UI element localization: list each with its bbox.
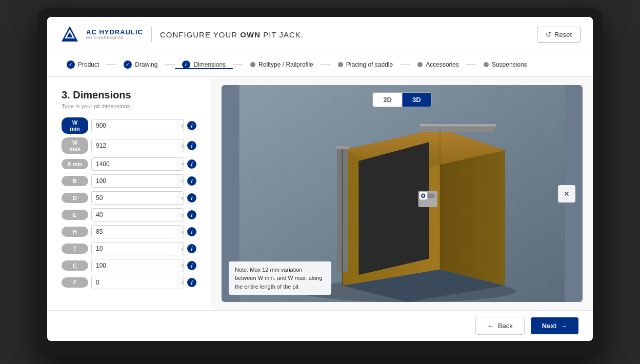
dim-input-d[interactable] [92,192,177,204]
dim-unit-c: mm [177,260,184,271]
reset-button[interactable]: ↺ Reset [537,27,581,43]
svg-rect-9 [417,126,496,132]
dimension-row-e: Emmi [62,208,196,221]
step-label-suspensions: Suspensions [492,61,527,68]
step-label-product: Product [78,61,99,68]
header: AC HYDRAULIC NO COMPROMISE CONFIGURE YOU… [47,17,593,52]
next-label: Next [542,322,556,330]
section-name: Dimensions [73,89,131,100]
dim-input-c[interactable] [92,259,177,272]
configure-prefix: CONFIGURE YOUR [160,30,237,39]
dim-unit-e: mm [177,209,184,220]
step-check-product: ✓ [67,60,75,69]
step-dimensions[interactable]: ✓ Dimensions [175,60,233,69]
step-check-dimensions: ✓ [182,60,190,69]
note-box: Note: Max 12 mm variation between W min.… [229,261,331,295]
svg-point-17 [422,195,424,197]
step-line-1 [106,64,116,65]
step-check-drawing: ✓ [124,60,132,69]
info-icon-b[interactable]: i [187,176,196,186]
info-icon-w_min[interactable]: i [187,121,196,130]
info-icon-c[interactable]: i [187,261,196,270]
step-rolltype[interactable]: Rolltype / Railprofile [243,61,321,68]
dim-input-wrap-d: mm [91,191,184,205]
back-button[interactable]: ← Back [475,317,525,335]
dim-label-w_max: W max [62,137,88,154]
dim-input-w_min[interactable] [92,119,177,132]
section-title: 3. Dimensions [62,89,196,101]
view-3d-button[interactable]: 3D [402,93,431,107]
step-suspensions[interactable]: Suspensions [476,61,534,68]
dim-label-f: F [62,277,88,288]
main-content: 3. Dimensions Type in your pit dimension… [47,77,593,310]
step-line-3 [233,64,243,65]
section-subtitle: Type in your pit dimensions [62,103,196,109]
dim-input-f[interactable] [92,276,177,289]
dimension-row-w_max: W maxmmi [62,137,196,154]
next-button[interactable]: Next → [531,317,578,334]
step-label-drawing: Drawing [135,61,157,68]
dimension-row-w_min: W minmmi [62,117,196,134]
step-label-rolltype: Rolltype / Railprofile [258,61,313,68]
step-line-6 [466,64,476,65]
step-label-dimensions: Dimensions [193,61,226,68]
expand-icon: ✕ [564,190,570,198]
svg-rect-15 [428,194,435,198]
dim-input-wrap-c: mm [91,259,184,272]
logo-area: AC HYDRAULIC NO COMPROMISE [59,24,143,45]
header-divider [151,27,152,42]
dim-input-e[interactable] [92,209,177,221]
info-icon-f[interactable]: i [187,278,196,287]
dim-label-a_min: A min [62,159,88,169]
dim-input-h[interactable] [92,226,177,238]
dim-input-wrap-e: mm [91,208,184,221]
info-icon-a_min[interactable]: i [187,159,196,169]
step-line-2 [165,64,175,65]
note-text: Note: Max 12 mm variation between W min.… [235,267,323,290]
3d-viewer: 2D 3D [222,85,583,302]
dim-input-wrap-b: mm [91,174,184,188]
info-icon-t[interactable]: i [187,244,196,253]
dim-input-t[interactable] [92,242,177,255]
dim-unit-d: mm [177,192,184,204]
step-accessories[interactable]: Accessories [410,61,466,68]
dim-input-wrap-h: mm [91,225,184,238]
step-placing[interactable]: Placing of saddle [331,61,400,68]
dim-input-wrap-f: mm [91,276,184,289]
step-label-accessories: Accessories [426,61,459,68]
svg-marker-8 [358,142,429,275]
dimension-row-h: Hmmi [62,225,196,238]
dimension-row-c: Cmmi [62,259,196,272]
step-line-5 [400,64,410,65]
reset-icon: ↺ [546,31,551,38]
step-line-4 [321,64,331,65]
dim-input-wrap-w_max: mm [91,139,184,152]
dimension-row-f: Fmmi [62,276,196,289]
info-icon-w_max[interactable]: i [187,141,196,150]
dim-label-b: B [62,176,88,186]
step-product[interactable]: ✓ Product [59,60,106,69]
dim-label-w_min: W min [62,117,88,134]
view-2d-button[interactable]: 2D [373,93,402,107]
dim-input-wrap-a_min: mm [91,157,184,171]
section-number: 3. [62,89,70,100]
step-dot-rolltype [250,62,255,67]
reset-label: Reset [554,31,572,38]
info-icon-d[interactable]: i [187,193,196,203]
dim-input-a_min[interactable] [92,158,177,170]
dim-input-b[interactable] [92,175,177,187]
dim-unit-h: mm [177,226,184,237]
back-label: Back [498,322,513,330]
configure-suffix: PIT JACK. [263,30,304,39]
dimension-row-d: Dmmi [62,191,196,205]
dimensions-panel: 3. Dimensions Type in your pit dimension… [47,77,211,310]
expand-button[interactable]: ✕ [558,185,575,203]
dim-unit-t: mm [177,243,184,254]
dim-input-wrap-t: mm [91,242,184,255]
viewer-panel: 2D 3D [211,77,593,310]
info-icon-e[interactable]: i [187,210,196,219]
dim-input-w_max[interactable] [92,139,177,152]
info-icon-h[interactable]: i [187,227,196,236]
logo-text: AC HYDRAULIC NO COMPROMISE [86,29,143,40]
step-drawing[interactable]: ✓ Drawing [116,60,165,69]
